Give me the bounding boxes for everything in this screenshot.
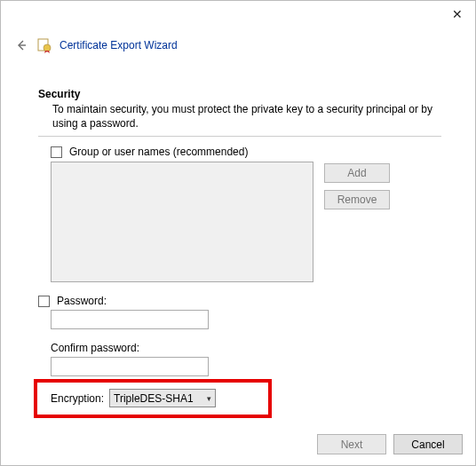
cancel-button[interactable]: Cancel — [393, 434, 463, 454]
confirm-password-input[interactable] — [51, 357, 209, 376]
confirm-password-block: Confirm password: — [51, 342, 441, 376]
close-icon: ✕ — [452, 7, 463, 21]
group-users-checkbox[interactable] — [51, 146, 62, 158]
encryption-row: Encryption: TripleDES-SHA1 ▾ — [51, 389, 441, 407]
section-heading: Security — [38, 88, 441, 100]
certificate-icon — [36, 37, 52, 53]
wizard-title: Certificate Export Wizard — [60, 39, 178, 51]
divider — [38, 136, 441, 137]
next-button[interactable]: Next — [317, 434, 386, 454]
section-description: To maintain security, you must protect t… — [52, 102, 441, 130]
wizard-header: Certificate Export Wizard — [13, 33, 463, 58]
back-button[interactable] — [13, 37, 29, 53]
add-button[interactable]: Add — [324, 163, 390, 183]
encryption-label: Encryption: — [51, 392, 104, 405]
svg-point-2 — [44, 44, 51, 51]
encryption-dropdown[interactable]: TripleDES-SHA1 ▾ — [109, 389, 216, 407]
encryption-value: TripleDES-SHA1 — [114, 392, 194, 405]
wizard-content: Security To maintain security, you must … — [38, 88, 441, 407]
group-users-label: Group or user names (recommended) — [69, 146, 248, 158]
group-users-area: Add Remove — [51, 162, 441, 282]
wizard-window: ✕ Certificate Export Wizard Security To … — [0, 0, 476, 466]
password-label: Password: — [57, 295, 107, 307]
remove-button[interactable]: Remove — [324, 190, 390, 209]
close-button[interactable]: ✕ — [445, 4, 470, 24]
chevron-down-icon: ▾ — [207, 394, 211, 403]
group-users-listbox[interactable] — [51, 162, 313, 282]
group-users-buttons: Add Remove — [324, 163, 390, 282]
password-checkbox[interactable] — [38, 296, 50, 307]
back-arrow-icon — [14, 38, 28, 52]
titlebar-controls: ✕ — [445, 4, 470, 24]
password-input[interactable] — [51, 310, 209, 329]
password-row: Password: — [38, 295, 441, 307]
confirm-password-label: Confirm password: — [51, 342, 441, 354]
wizard-footer: Next Cancel — [317, 434, 463, 454]
group-users-row: Group or user names (recommended) — [51, 146, 441, 158]
password-block: Password: — [51, 295, 441, 329]
